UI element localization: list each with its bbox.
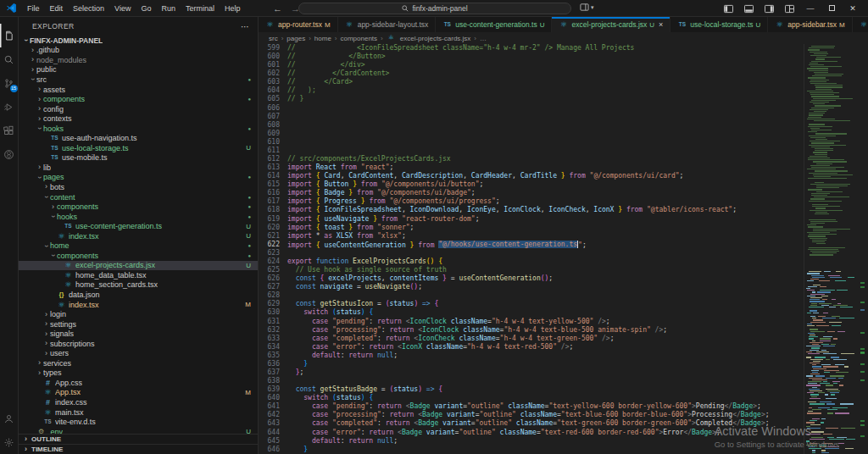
overview-ruler-scrollbar[interactable] xyxy=(858,44,868,454)
tree-folder-users[interactable]: ›users xyxy=(19,349,258,359)
tree-folder-config[interactable]: ›config xyxy=(19,104,258,114)
tree-file-index-tsx[interactable]: ⚛index.tsxM xyxy=(19,300,258,310)
tree-folder-signals[interactable]: ›signals xyxy=(19,329,258,339)
line-number: 627 xyxy=(259,283,287,291)
code-token: IconFileSpreadsheet xyxy=(324,206,402,213)
breadcrumb-item-excel-projects-cards-jsx[interactable]: ⚛excel-projects-cards.jsx xyxy=(387,34,471,42)
code-token: , xyxy=(586,206,594,213)
menu-view[interactable]: View xyxy=(109,0,136,17)
account-icon[interactable] xyxy=(0,407,19,430)
explorer-icon[interactable] xyxy=(0,24,19,47)
minimap-line xyxy=(804,167,858,168)
layout-toggle-button[interactable]: ▾ xyxy=(580,3,594,12)
tab-use-local-storage-ts[interactable]: TSuse-local-storage.tsU xyxy=(670,17,768,32)
run-debug-icon[interactable] xyxy=(0,95,19,119)
tree-folder-content[interactable]: ›content● xyxy=(19,192,258,202)
tree-file-home-data-table-tsx[interactable]: ⚛home_data_table.tsx xyxy=(19,270,258,280)
tree-folder-home[interactable]: ›home● xyxy=(19,241,258,251)
tree-folder-pages[interactable]: ›pages● xyxy=(19,173,258,183)
command-center-search[interactable]: finfx-admin-panel xyxy=(298,3,571,14)
maximize-button[interactable] xyxy=(826,4,837,13)
tree-folder-hooks[interactable]: ›hooks● xyxy=(19,212,258,222)
tree-folder-assets[interactable]: ›assets xyxy=(19,85,258,95)
breadcrumb-item-pages[interactable]: pages xyxy=(287,35,305,42)
tree-file-excel-projects-cards-jsx[interactable]: ⚛excel-projects-cards.jsxU xyxy=(19,261,258,271)
timeline-section-header[interactable]: › TIMELINE xyxy=(19,444,258,454)
toggle-panel-icon[interactable] xyxy=(744,4,754,14)
tree-folder-public[interactable]: ›public xyxy=(19,65,258,75)
tab-excel-projects-cards-jsx[interactable]: ⚛excel-projects-cards.jsxU× xyxy=(552,17,670,32)
customize-layout-icon[interactable] xyxy=(785,4,794,14)
tab-theme-provi[interactable]: ⚛theme-provi xyxy=(853,17,868,32)
menu-file[interactable]: File xyxy=(22,0,45,17)
tree-item-label: .env xyxy=(48,428,63,434)
minimap-line xyxy=(804,81,858,82)
tab-app-router-tsx[interactable]: ⚛app-router.tsxM xyxy=(259,17,338,32)
tree-folder-lib[interactable]: ›lib xyxy=(19,163,258,173)
tree-folder-settings[interactable]: ›settings xyxy=(19,319,258,329)
tree-file-data-json[interactable]: {}data.json xyxy=(19,290,258,300)
tree-folder-types[interactable]: ›types xyxy=(19,368,258,379)
tree-folder-node-modules[interactable]: ›node_modules xyxy=(19,55,258,65)
minimap[interactable] xyxy=(804,44,858,454)
explorer-more-actions-icon[interactable]: ⋯ xyxy=(241,22,249,31)
tree-folder-hooks[interactable]: ›hooks● xyxy=(19,124,258,134)
tree-file-use-auth-navigation-ts[interactable]: TSuse-auth-navigation.ts xyxy=(19,133,258,143)
outline-section-header[interactable]: › OUTLINE xyxy=(19,434,258,444)
code-token: "outline" xyxy=(476,419,512,427)
tree-file-index-tsx[interactable]: ⚛index.tsxU xyxy=(19,231,258,241)
breadcrumb-item--[interactable]: … xyxy=(480,35,487,42)
menu-edit[interactable]: Edit xyxy=(45,0,69,17)
tree-folder-components[interactable]: ›components● xyxy=(19,202,258,212)
source-control-icon[interactable]: 15 xyxy=(0,71,19,95)
tree-folder-src[interactable]: ›src● xyxy=(19,75,258,85)
code-token: : xyxy=(381,326,390,334)
tree-folder-bots[interactable]: ›bots xyxy=(19,182,258,192)
minimize-button[interactable]: — xyxy=(805,4,815,13)
tree-folder-components[interactable]: ›components● xyxy=(19,251,258,261)
tree-item-label: src xyxy=(36,75,47,84)
tree-folder-subscriptions[interactable]: ›subscriptions xyxy=(19,339,258,349)
menu-terminal[interactable]: Terminal xyxy=(181,0,220,17)
tree-file-app-tsx[interactable]: ⚛App.tsxM xyxy=(19,388,258,398)
back-arrow-icon[interactable]: ← xyxy=(273,3,282,14)
tree-folder--github[interactable]: ›.github xyxy=(19,46,258,56)
tree-file-app-css[interactable]: #App.css xyxy=(19,378,258,388)
tree-file-use-content-generation-ts[interactable]: TSuse-content-generation.tsU xyxy=(19,221,258,231)
tree-file-vite-env-d-ts[interactable]: TSvite-env.d.ts xyxy=(19,417,258,427)
menu-help[interactable]: Help xyxy=(220,0,246,17)
tree-folder-contexts[interactable]: ›contexts xyxy=(19,114,258,124)
breadcrumb-item-components[interactable]: components xyxy=(341,35,378,42)
tree-file-use-local-storage-ts[interactable]: TSuse-local-storage.tsU xyxy=(19,143,258,153)
nav-history: ← → xyxy=(273,0,300,17)
tab-use-content-generation-ts[interactable]: TSuse-content-generation.tsU xyxy=(436,17,552,32)
extensions-icon[interactable] xyxy=(0,119,19,142)
breadcrumb-item-src[interactable]: src xyxy=(269,35,278,42)
menu-go[interactable]: Go xyxy=(136,0,156,17)
tree-folder-services[interactable]: ›services xyxy=(19,358,258,368)
toggle-secondary-sidebar-icon[interactable] xyxy=(765,4,774,14)
close-button[interactable]: ✕ xyxy=(848,4,858,13)
tree-folder-components[interactable]: ›components● xyxy=(19,94,258,104)
code-editor[interactable]: 599// <IconFileSpreadsheet className="h-… xyxy=(259,44,868,454)
settings-gear-icon[interactable] xyxy=(0,430,19,454)
tree-file--env[interactable]: ⚙.envU xyxy=(19,427,258,434)
menu-run[interactable]: Run xyxy=(156,0,181,17)
tree-file-use-mobile-ts[interactable]: TSuse-mobile.ts xyxy=(19,153,258,163)
tree-file-home-section-cards-tsx[interactable]: ⚛home_section_cards.tsx xyxy=(19,280,258,291)
code-token: ; xyxy=(732,206,737,213)
breadcrumb-item-home[interactable]: home xyxy=(314,35,331,42)
search-sidebar-icon[interactable] xyxy=(0,47,19,71)
tab-app-sidebar-layout-tsx[interactable]: ⚛app-sidebar-layout.tsx xyxy=(338,17,437,32)
tree-root-folder[interactable]: › FINFX-ADMIN-PANEL xyxy=(19,36,258,46)
tree-folder-login[interactable]: ›login xyxy=(19,309,258,319)
code-line: 608 xyxy=(259,121,868,130)
code-token: getStatusBadge xyxy=(320,385,377,393)
tree-file-index-css[interactable]: #index.css xyxy=(19,397,258,407)
tab-close-icon[interactable]: × xyxy=(659,20,663,29)
openai-extension-icon[interactable] xyxy=(0,142,19,166)
tab-app-sidebar-tsx[interactable]: ⚛app-sidebar.tsxM xyxy=(768,17,852,32)
menu-selection[interactable]: Selection xyxy=(68,0,109,17)
toggle-sidebar-icon[interactable] xyxy=(724,4,733,14)
tree-file-main-tsx[interactable]: ⚛main.tsx xyxy=(19,407,258,418)
